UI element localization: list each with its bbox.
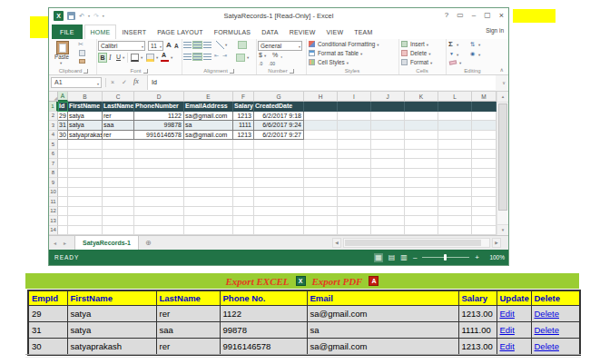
grid-cell[interactable] [438,121,472,131]
column-header-j[interactable]: J [371,92,405,102]
grid-cell[interactable] [134,159,184,169]
undo-icon[interactable]: ↶ [79,12,84,20]
grid-cell[interactable] [233,207,254,217]
grid-cell[interactable] [58,178,68,188]
column-header-k[interactable]: K [405,92,438,102]
grid-cell[interactable] [405,188,438,198]
grid-cell[interactable] [304,159,338,169]
grid-cell[interactable] [438,112,472,122]
vertical-scrollbar[interactable]: ▴ ▾ [497,92,508,235]
grid-cell[interactable]: EmailAddress [184,102,233,112]
row-number-12[interactable]: 12 [49,207,58,217]
scroll-left-icon[interactable]: ◀ [332,238,341,248]
grid-cell[interactable] [304,178,338,188]
grid-cell[interactable] [103,140,134,150]
grid-cell[interactable]: sa [184,121,233,131]
grid-cell[interactable] [438,150,472,160]
grid-cell[interactable] [371,169,405,179]
formula-input[interactable]: Id [147,75,496,90]
help-icon[interactable]: ? [445,11,448,20]
horizontal-scrollbar[interactable] [343,238,490,248]
grid-cell[interactable] [184,226,233,236]
grid-cell[interactable] [338,131,371,141]
grid-cell[interactable] [472,178,497,188]
grid-cell[interactable] [304,131,338,141]
decrease-decimal-icon[interactable]: .0 [259,61,262,66]
increase-font-size-icon[interactable]: A [166,41,172,49]
grid-cell[interactable]: rer [103,131,134,141]
grid-cell[interactable] [438,140,472,150]
grid-cell[interactable] [254,197,304,207]
page-layout-view-icon[interactable]: ▤ [388,253,396,262]
tab-home[interactable]: HOME [84,25,117,39]
grid-cell[interactable]: 1213 [233,112,254,122]
copy-icon[interactable] [79,50,85,56]
grid-cell[interactable] [304,169,338,179]
grid-cell[interactable] [405,140,438,150]
tab-review[interactable]: REVIEW [284,25,321,39]
grid-cell[interactable] [103,169,134,179]
normal-view-icon[interactable]: ▦ [374,253,383,262]
row-number-6[interactable]: 6 [49,150,58,160]
grid-cell[interactable] [371,159,405,169]
excel-logo-icon[interactable]: X [54,11,64,21]
grid-cell[interactable] [438,188,472,198]
grid-cell[interactable]: Id [58,102,68,112]
cancel-entry-icon[interactable]: × [111,78,114,87]
grid-cell[interactable] [405,197,438,207]
grid-cell[interactable] [371,207,405,217]
grid-cell[interactable]: 6/2/2017 9:18 [254,112,304,122]
tab-view[interactable]: VIEW [321,25,349,39]
grid-cell[interactable] [338,102,371,112]
grid-cell[interactable] [58,188,68,198]
row-number-5[interactable]: 5 [49,140,58,150]
grid-cell[interactable] [304,150,338,160]
cell-styles-button[interactable]: Cell Styles [318,59,349,65]
grid-cell[interactable] [472,112,497,122]
grid-cell[interactable] [103,159,134,169]
grid-cell[interactable] [233,226,254,236]
grid-cell[interactable] [405,150,438,160]
font-size-select[interactable]: 11 [148,41,163,51]
grid-cell[interactable] [438,102,472,112]
grid-cell[interactable]: sa@gmail.com [184,131,233,141]
grid-cell[interactable]: 9916146578 [134,131,184,141]
sheet-tab-satyarecords-1[interactable]: SatyaRecords-1 [74,236,139,250]
sheet-nav-right-icon[interactable]: ▸ [64,240,66,246]
grid-cell[interactable] [103,178,134,188]
grid-cell[interactable] [438,178,472,188]
grid-cell[interactable] [134,207,184,217]
grid-cell[interactable] [184,140,233,150]
column-header-l[interactable]: L [438,92,472,102]
grid-cell[interactable] [184,178,233,188]
grid-cell[interactable] [184,216,233,226]
delete-link[interactable]: Delete [535,325,559,335]
column-header-b[interactable]: B [68,92,103,102]
conditional-formatting-button[interactable]: Conditional Formatting [318,41,379,47]
grid-cell[interactable] [184,159,233,169]
grid-cell[interactable] [68,188,103,198]
grid-cell[interactable]: 1122 [134,112,184,122]
zoom-out-icon[interactable]: – [413,253,417,262]
grid-cell[interactable] [233,150,254,160]
grid-cell[interactable] [472,150,497,160]
align-bottom-icon[interactable] [203,42,211,48]
grid-cell[interactable]: 99878 [134,121,184,131]
find-select-dropdown-icon[interactable] [478,53,480,57]
grid-cell[interactable] [58,169,68,179]
grid-cell[interactable] [58,216,68,226]
grid-cell[interactable] [304,207,338,217]
row-number-13[interactable]: 13 [49,216,58,226]
grid-cell[interactable] [472,197,497,207]
underline-dropdown-icon[interactable] [123,55,124,60]
sort-filter-dropdown-icon[interactable] [478,43,480,47]
grid-cell[interactable]: CreatedDate [254,102,304,112]
grid-cell[interactable] [184,150,233,160]
grid-cell[interactable] [304,226,338,236]
delete-cells-button[interactable]: Delete [410,50,430,56]
zoom-slider-thumb[interactable] [444,254,447,261]
clear-icon[interactable] [449,60,457,64]
decrease-indent-icon[interactable]: ⇤ [214,52,219,58]
grid-cell[interactable] [103,226,134,236]
italic-button[interactable]: I [109,54,112,62]
